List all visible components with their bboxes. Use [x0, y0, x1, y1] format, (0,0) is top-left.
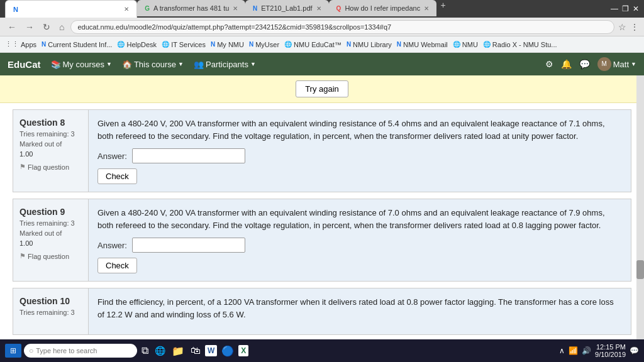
tab4-close[interactable]: ✕ — [424, 5, 429, 12]
edge-icon[interactable]: 🌐 — [153, 346, 167, 356]
bookmark-current-student[interactable]: N Current Student Inf... — [42, 41, 112, 48]
chat-icon[interactable]: 💬 — [579, 59, 590, 69]
close-window-button[interactable]: ✕ — [633, 4, 639, 13]
notification-icon[interactable]: 💬 — [630, 346, 639, 355]
answer-9-input[interactable] — [132, 238, 245, 253]
forward-button[interactable]: → — [23, 21, 36, 33]
bookmark-mynmu[interactable]: N My NMU — [211, 41, 244, 48]
bookmark-label: HelpDesk — [126, 41, 157, 48]
flag-9-icon: ⚑ — [19, 252, 26, 260]
question-8-body: Given a 480-240 V, 200 VA transformer wi… — [89, 110, 631, 192]
bookmark-label: My NMU — [217, 41, 244, 48]
task-view-icon[interactable]: ⧉ — [140, 345, 150, 356]
tab4-favicon: Q — [336, 5, 341, 12]
address-input[interactable] — [70, 20, 614, 34]
clock-time: 12:15 PM — [595, 343, 626, 351]
restore-button[interactable]: ❐ — [622, 4, 629, 13]
chrome-icon[interactable]: 🔵 — [219, 345, 236, 357]
tab4-label: How do I refer impedance from... — [345, 4, 420, 12]
start-button[interactable]: ⊞ — [5, 344, 21, 358]
bookmark-n5-icon: N — [397, 41, 401, 48]
back-button[interactable]: ← — [5, 21, 19, 33]
question-8-tries: Tries remaining: 3 — [19, 130, 82, 138]
home-button[interactable]: ⌂ — [57, 21, 67, 33]
scrollbar[interactable] — [636, 75, 644, 339]
tab2-label: A transformer has 481 turns on... — [153, 4, 229, 12]
question-9-flag[interactable]: ⚑ Flag question — [19, 252, 82, 260]
bookmark-apps[interactable]: ⋮⋮ Apps — [5, 40, 36, 48]
address-bar: ← → ↻ ⌂ ☆ ⋮ — [0, 18, 644, 36]
answer-8-input[interactable] — [132, 148, 245, 163]
bookmark-n4-icon: N — [347, 41, 351, 48]
chevron-up-icon[interactable]: ∧ — [559, 346, 565, 355]
store-icon[interactable]: 🛍 — [189, 345, 203, 356]
educat-navbar: EduCat 📚 My courses ▼ 🏠 This course ▼ 👥 … — [0, 53, 644, 75]
browser-frame: N Homework #3 (Transformers) ✕ G A trans… — [0, 0, 644, 362]
star-icon[interactable]: ☆ — [618, 22, 626, 32]
bookmark-label: NMU — [462, 41, 478, 48]
volume-icon[interactable]: 🔊 — [582, 346, 591, 355]
tab-label: Homework #3 (Transformers) — [22, 5, 120, 14]
question-8-answer-row: Answer: — [97, 148, 622, 163]
educat-brand[interactable]: EduCat — [8, 59, 41, 70]
excel-icon[interactable]: X — [238, 345, 248, 356]
question-8-row: Question 8 Tries remaining: 3 Marked out… — [13, 109, 631, 192]
taskbar: ⊞ ○ ⧉ 🌐 📁 🛍 W 🔵 X ∧ 📶 🔊 12:15 PM 9/10/20… — [0, 339, 644, 362]
participants-nav[interactable]: 👥 Participants ▼ — [194, 60, 256, 69]
question-8-flag[interactable]: ⚑ Flag question — [19, 163, 82, 171]
bookmark-nmu[interactable]: 🌐 NMU — [453, 41, 478, 48]
tab3-close[interactable]: ✕ — [316, 5, 321, 12]
bookmark-educat[interactable]: 🌐 NMU EduCat™ — [284, 41, 341, 48]
tab-4[interactable]: Q How do I refer impedance from... ✕ — [329, 0, 437, 16]
this-course-nav[interactable]: 🏠 This course ▼ — [122, 60, 184, 69]
bookmark-library[interactable]: N NMU Library — [347, 41, 392, 48]
search-input[interactable] — [36, 347, 118, 354]
taskbar-left: ⊞ ○ ⧉ 🌐 📁 🛍 W 🔵 X — [5, 344, 248, 358]
bell-icon[interactable]: 🔔 — [561, 59, 572, 69]
my-courses-nav[interactable]: 📚 My courses ▼ — [51, 60, 112, 69]
settings-icon[interactable]: ⚙ — [545, 59, 553, 69]
question-9-sidebar: Question 9 Tries remaining: 3 Marked out… — [13, 199, 89, 281]
wifi-icon[interactable]: 📶 — [569, 346, 578, 355]
chevron-down-icon-3: ▼ — [250, 61, 256, 67]
word-icon[interactable]: W — [205, 345, 217, 356]
bookmarks-bar: ⋮⋮ Apps N Current Student Inf... 🌐 HelpD… — [0, 36, 644, 53]
check-8-button[interactable]: Check — [97, 168, 137, 184]
bookmark-label: IT Services — [171, 41, 206, 48]
bookmark-it[interactable]: 🌐 IT Services — [162, 41, 206, 48]
bookmark-educat-icon: 🌐 — [284, 41, 292, 48]
flag-label: Flag question — [28, 163, 69, 171]
answer-9-label: Answer: — [97, 241, 127, 250]
minimize-button[interactable]: — — [611, 4, 618, 13]
username-label: Matt — [613, 60, 629, 69]
tab-2[interactable]: G A transformer has 481 turns on... ✕ — [137, 0, 245, 16]
bookmark-label: NMU EduCat™ — [294, 41, 341, 48]
question-9-number: Question 9 — [19, 207, 82, 217]
user-menu[interactable]: M Matt ▼ — [597, 57, 636, 71]
taskbar-search[interactable]: ○ — [24, 344, 137, 358]
bookmark-myuser[interactable]: N MyUser — [249, 41, 279, 48]
tab-3[interactable]: N ET210_Lab1.pdf ✕ — [245, 0, 329, 16]
page-content: Try again Question 8 Tries remaining: 3 … — [0, 75, 644, 339]
tab2-close[interactable]: ✕ — [233, 5, 238, 12]
check-9-button[interactable]: Check — [97, 258, 137, 273]
home-nav-icon: 🏠 — [122, 60, 132, 69]
file-explorer-icon[interactable]: 📁 — [170, 345, 186, 357]
flag-icon: ⚑ — [19, 163, 26, 171]
taskbar-time[interactable]: 12:15 PM 9/10/2019 — [595, 343, 626, 358]
try-again-button[interactable]: Try again — [296, 80, 348, 97]
bookmark-helpdesk[interactable]: 🌐 HelpDesk — [117, 41, 157, 48]
question-8-sidebar: Question 8 Tries remaining: 3 Marked out… — [13, 110, 89, 192]
close-icon[interactable]: ✕ — [124, 6, 129, 13]
reload-button[interactable]: ↻ — [40, 21, 53, 33]
tab-active[interactable]: N Homework #3 (Transformers) ✕ — [5, 0, 137, 18]
menu-icon[interactable]: ⋮ — [630, 22, 639, 32]
bookmark-label: Radio X - NMU Stu... — [492, 41, 557, 48]
new-tab-button[interactable]: + — [436, 0, 449, 18]
bookmark-radio[interactable]: 🌐 Radio X - NMU Stu... — [483, 41, 557, 48]
tab3-label: ET210_Lab1.pdf — [261, 4, 312, 12]
question-10-number: Question 10 — [19, 296, 82, 306]
scroll-thumb[interactable] — [636, 260, 644, 279]
tab3-favicon: N — [253, 5, 257, 12]
bookmark-webmail[interactable]: N NMU Webmail — [397, 41, 448, 48]
